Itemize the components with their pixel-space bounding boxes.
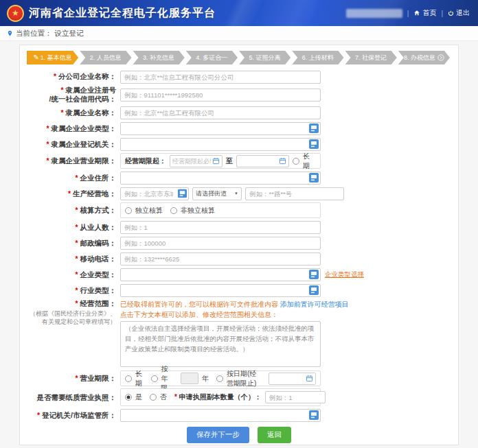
home-icon bbox=[413, 10, 420, 16]
industry-type-input[interactable] bbox=[120, 284, 321, 297]
term-end-date bbox=[269, 373, 316, 385]
form-actions: 保存并下一步 返回 bbox=[27, 427, 451, 443]
company-address-input[interactable] bbox=[120, 172, 321, 185]
street-select[interactable]: 请选择街道 ▼ bbox=[192, 187, 242, 200]
step-label: 3. 补充信息 bbox=[143, 54, 174, 61]
branch-company-name-input[interactable] bbox=[120, 71, 321, 84]
field-label: 移动电话： bbox=[27, 255, 120, 263]
tab-step-5-cert-separation[interactable]: 5. 证照分离 bbox=[239, 51, 291, 64]
calendar-icon[interactable] bbox=[279, 157, 286, 165]
parent-term-start-input[interactable] bbox=[172, 158, 211, 165]
field-label: 从业人数： bbox=[27, 223, 120, 232]
radio-paper-license-yes[interactable] bbox=[125, 394, 132, 401]
form-row: 隶属企业名称： bbox=[27, 106, 451, 119]
accounting-group: 独立核算 非独立核算 bbox=[120, 202, 321, 218]
form-row: 隶属企业注册号 /统一社会信用代码： bbox=[27, 86, 451, 104]
logout-link[interactable]: 退出 bbox=[448, 8, 470, 18]
mobile-phone-input[interactable] bbox=[120, 252, 321, 266]
picker-icon[interactable] bbox=[309, 173, 319, 182]
home-link[interactable]: 首页 bbox=[413, 8, 436, 18]
parent-company-credit-code-input[interactable] bbox=[120, 89, 321, 102]
calendar-icon[interactable] bbox=[306, 375, 313, 382]
parent-term-group: 经营期限起： 至 长期 bbox=[120, 153, 321, 169]
step-label: 1. 基本信息 bbox=[41, 54, 72, 61]
picker-icon[interactable] bbox=[309, 410, 319, 420]
license-copies-input[interactable] bbox=[265, 391, 326, 403]
field-label: 经营范围： （根据《国民经济行业分类》、有关规定和公司章程填写） bbox=[27, 299, 120, 326]
picker-icon[interactable] bbox=[309, 123, 319, 133]
radio-parent-term-longterm[interactable] bbox=[293, 158, 299, 165]
business-scope-hint-1: 已经取得前置许可的，您可以根据许可文件批准内容 添加前置许可经营项目 bbox=[120, 299, 451, 309]
term-end-date-input[interactable] bbox=[271, 375, 304, 382]
parent-registration-authority-input[interactable] bbox=[120, 138, 321, 151]
company-type-select-link[interactable]: 企业类型选择 bbox=[325, 270, 364, 279]
field-label: 是否需要纸质营业执照： bbox=[27, 393, 120, 402]
parent-company-type-input[interactable] bbox=[120, 122, 321, 135]
business-scope-textarea[interactable]: （企业依法自主选择经营项目，开展经营活动；依法须经批准的项目，经相关部门批准后依… bbox=[120, 321, 321, 367]
tab-step-7-social-security[interactable]: 7. 社保登记 bbox=[345, 51, 397, 64]
postcode-input[interactable] bbox=[120, 237, 321, 250]
tab-step-3-supplement[interactable]: 3. 补充信息 bbox=[133, 51, 185, 64]
tab-step-1-basic-info[interactable]: ✎1. 基本信息 bbox=[27, 51, 78, 64]
picker-icon[interactable] bbox=[309, 285, 319, 295]
form-row: 隶属企业营业期限： 经营期限起： 至 长期 bbox=[27, 153, 451, 169]
page-body: ✎1. 基本信息 2. 人员信息 3. 补充信息 4. 多证合一 5. 证照分离… bbox=[0, 41, 478, 448]
radio-term-by-date[interactable] bbox=[216, 375, 223, 382]
tab-step-8-tax-info[interactable]: 8. 办税信息 bbox=[398, 51, 450, 64]
radio-non-independent-accounting[interactable] bbox=[170, 207, 177, 214]
field-label: 隶属企业名称： bbox=[27, 108, 120, 117]
radio-term-by-years[interactable] bbox=[151, 375, 158, 382]
parent-company-name-input[interactable] bbox=[120, 106, 321, 119]
step-label: 8. 办税信息 bbox=[404, 54, 435, 61]
form-row: 生产经营地： 请选择街道 ▼ bbox=[27, 187, 451, 200]
employee-count-input[interactable] bbox=[120, 221, 321, 234]
picker-icon[interactable] bbox=[178, 189, 187, 198]
chevron-down-icon: ▼ bbox=[234, 191, 238, 196]
save-next-button[interactable]: 保存并下一步 bbox=[187, 427, 249, 443]
form-row: 隶属企业企业类型： bbox=[27, 121, 451, 135]
company-type-input[interactable] bbox=[120, 268, 321, 281]
breadcrumb: 当前位置： 设立登记 bbox=[0, 26, 478, 41]
breadcrumb-current: 设立登记 bbox=[55, 29, 84, 38]
power-icon bbox=[448, 10, 454, 16]
parent-term-end-input[interactable] bbox=[239, 158, 277, 165]
operation-road-input[interactable] bbox=[245, 187, 344, 200]
radio-term-longterm[interactable] bbox=[125, 375, 132, 382]
step-label: 4. 多证合一 bbox=[196, 54, 227, 61]
form-row: 企业住所： bbox=[27, 171, 451, 185]
field-label: 企业类型： bbox=[27, 270, 120, 279]
tab-step-6-upload[interactable]: 6. 上传材料 bbox=[292, 51, 343, 64]
form-row: 从业人数： bbox=[27, 220, 451, 234]
form-row: 是否需要纸质营业执照： 是 否 申请执照副本数量（个）： bbox=[27, 388, 451, 406]
form-row: 邮政编码： bbox=[27, 236, 451, 250]
add-prelicense-item-link[interactable]: 添加前置许可经营项目 bbox=[280, 300, 349, 308]
step-label: 7. 社保登记 bbox=[355, 54, 387, 61]
field-label: 生产经营地： bbox=[27, 189, 120, 198]
business-term-group: 长期 按年限 年 按日期(经营期限止) bbox=[120, 370, 321, 386]
form-row: 登记机关/市场监管所： bbox=[27, 408, 451, 422]
radio-independent-accounting[interactable] bbox=[125, 207, 132, 214]
registration-authority-input[interactable] bbox=[120, 409, 321, 422]
radio-paper-license-no[interactable] bbox=[150, 394, 157, 401]
picker-icon[interactable] bbox=[309, 270, 319, 279]
form-row: 隶属企业登记机关： bbox=[27, 137, 451, 151]
license-copies-label: 申请执照副本数量（个）： bbox=[174, 392, 262, 402]
edit-icon: ✎ bbox=[33, 54, 38, 61]
back-button[interactable]: 返回 bbox=[258, 427, 291, 443]
field-label: 隶属企业企业类型： bbox=[27, 124, 120, 133]
chevron-right-circle-icon bbox=[437, 54, 444, 61]
field-label: 核算方式： bbox=[27, 206, 120, 215]
field-label: 隶属企业注册号 /统一社会信用代码： bbox=[27, 86, 120, 104]
parent-term-end-date bbox=[236, 155, 289, 167]
field-label: 邮政编码： bbox=[27, 239, 120, 248]
term-years-input[interactable] bbox=[181, 373, 198, 384]
field-label: 分公司企业名称： bbox=[27, 72, 120, 81]
header-nav: | 首页 | 退出 bbox=[346, 8, 470, 18]
field-label: 隶属企业登记机关： bbox=[27, 140, 120, 149]
calendar-icon[interactable] bbox=[212, 157, 220, 165]
tab-step-4-multi-cert[interactable]: 4. 多证合一 bbox=[186, 51, 238, 64]
field-label: 隶属企业营业期限： bbox=[27, 156, 120, 165]
tab-step-2-personnel[interactable]: 2. 人员信息 bbox=[80, 51, 131, 64]
app-header: ★ 河南省企业登记全程电子化服务平台 | 首页 | 退出 bbox=[0, 0, 478, 26]
picker-icon[interactable] bbox=[309, 139, 319, 149]
